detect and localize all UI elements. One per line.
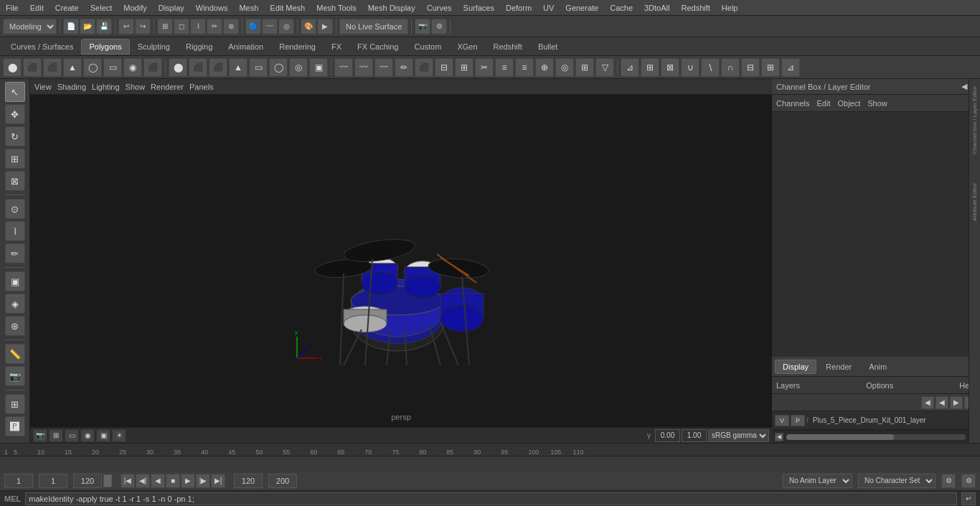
menu-curves[interactable]: Curves	[424, 2, 455, 14]
redo-btn[interactable]: ↪	[135, 19, 151, 34]
nurbs-plane-btn[interactable]: ▭	[249, 58, 268, 77]
layers-menu-layers[interactable]: Layers	[776, 381, 800, 390]
menu-select[interactable]: Select	[88, 2, 116, 14]
menu-file[interactable]: File	[3, 2, 22, 14]
tab-rendering[interactable]: Rendering	[271, 39, 324, 55]
menu-deform[interactable]: Deform	[503, 2, 534, 14]
lasso-tool-btn[interactable]: ⌇	[5, 221, 25, 241]
vp-light-btn[interactable]: ☀	[112, 429, 126, 442]
open-scene-btn[interactable]: 📂	[80, 19, 95, 34]
mirror-btn[interactable]: ⊟	[741, 58, 760, 77]
nurbs-cube-btn[interactable]: ⬛	[189, 58, 207, 77]
poly-pipe-btn[interactable]: ⬛	[143, 58, 162, 77]
tab-fx-caching[interactable]: FX Caching	[349, 39, 406, 55]
gamma-offset-input[interactable]	[655, 429, 680, 442]
save-scene-btn[interactable]: 💾	[96, 19, 112, 34]
camera-btn[interactable]: 📷	[415, 19, 430, 34]
channel-box-side-tab[interactable]: Channel box / Layer Editor	[970, 82, 979, 159]
lasso-select-btn[interactable]: ⌇	[190, 19, 206, 34]
attribute-editor-side-tab[interactable]: Attribute Editor	[970, 179, 979, 225]
new-scene-btn[interactable]: 📄	[63, 19, 79, 34]
insert-edge-loop-btn[interactable]: ≡	[495, 58, 514, 77]
tab-animation[interactable]: Animation	[220, 39, 271, 55]
tab-rigging[interactable]: Rigging	[178, 39, 220, 55]
go-to-start-btn[interactable]: |◀	[121, 474, 135, 488]
poly-cube-btn[interactable]: ⬛	[23, 58, 42, 77]
menu-windows[interactable]: Windows	[193, 2, 231, 14]
play-fwd-btn[interactable]: ▶	[181, 474, 195, 488]
sculpt-mesh-btn[interactable]: ✏	[395, 58, 413, 77]
channel-box-menu-show[interactable]: Show	[867, 99, 887, 108]
poly-torus-btn[interactable]: ◯	[83, 58, 102, 77]
start-frame-input[interactable]	[4, 474, 33, 488]
colorspace-select[interactable]: sRGB gamma	[708, 429, 769, 442]
tab-render[interactable]: Render	[818, 360, 859, 374]
menu-mesh[interactable]: Mesh	[236, 2, 261, 14]
show-manip-btn[interactable]: ▣	[5, 271, 25, 291]
reduce-btn[interactable]: ▽	[595, 58, 614, 77]
nurbs-circle-btn[interactable]: ◎	[289, 58, 308, 77]
total-frames-input[interactable]	[268, 474, 297, 488]
layer-next-btn[interactable]: ▶	[950, 396, 963, 409]
menu-cache[interactable]: Cache	[607, 2, 636, 14]
vp-shading-btn[interactable]: ◉	[80, 429, 95, 442]
remesh-btn[interactable]: ⊞	[575, 58, 594, 77]
connect-btn[interactable]: ⊕	[535, 58, 554, 77]
layers-menu-options[interactable]: Options	[866, 381, 893, 390]
snap-btn[interactable]: ⊛	[5, 316, 25, 336]
poly-cylinder-btn[interactable]: ⬛	[43, 58, 62, 77]
offset-edge-btn[interactable]: ≡	[515, 58, 534, 77]
ep-curve-btn[interactable]: 〰	[354, 58, 373, 77]
vp-camera-btn[interactable]: 📷	[33, 429, 47, 442]
gamma-mult-input[interactable]	[682, 429, 707, 442]
snap-surface-btn[interactable]: ◎	[278, 19, 294, 34]
viewport-menu-lighting[interactable]: Lighting	[92, 83, 120, 91]
go-to-end-btn[interactable]: ▶|	[211, 474, 225, 488]
bool-union-btn[interactable]: ∪	[681, 58, 699, 77]
menu-help[interactable]: Help	[719, 2, 741, 14]
channel-box-menu-object[interactable]: Object	[837, 99, 860, 108]
snap-curve-btn[interactable]: 〰	[262, 19, 278, 34]
menu-create[interactable]: Create	[52, 2, 82, 14]
vp-grid-btn[interactable]: ⊞	[49, 429, 63, 442]
channel-box-menu-edit[interactable]: Edit	[816, 99, 830, 108]
menu-redshift[interactable]: Redshift	[678, 2, 712, 14]
scroll-left-btn[interactable]: ◀	[775, 433, 783, 441]
viewport-3d[interactable]: x y z persp	[30, 95, 772, 427]
tab-display[interactable]: Display	[775, 360, 816, 374]
stop-btn[interactable]: ■	[166, 474, 180, 488]
channel-box-menu-channels[interactable]: Channels	[776, 99, 809, 108]
bezier-btn[interactable]: 〰	[374, 58, 393, 77]
move-tool-btn[interactable]: ✥	[5, 104, 25, 124]
viewport-menu-renderer[interactable]: Renderer	[151, 83, 184, 91]
bevel-btn[interactable]: ⊿	[621, 58, 639, 77]
char-set-settings-btn[interactable]: ⚙	[961, 474, 976, 488]
render-btn[interactable]: 🎨	[301, 19, 316, 34]
paint-select-btn[interactable]: ✏	[207, 19, 222, 34]
menu-surfaces[interactable]: Surfaces	[461, 2, 497, 14]
separate-btn[interactable]: ⊠	[661, 58, 679, 77]
viewport-menu-panels[interactable]: Panels	[189, 83, 214, 91]
select-by-hierarchy-btn[interactable]: ⊞	[157, 19, 173, 34]
rotate-tool-btn[interactable]: ↻	[5, 126, 25, 146]
ipr-btn[interactable]: ▶	[317, 19, 333, 34]
nurbs-sphere-btn[interactable]: ⬤	[169, 58, 187, 77]
multi-cut-btn[interactable]: ✂	[475, 58, 494, 77]
poly-plane-btn[interactable]: ▭	[103, 58, 122, 77]
extrude-btn[interactable]: ⬛	[415, 58, 433, 77]
cmdline-input[interactable]	[25, 492, 957, 505]
layer-prev-btn[interactable]: ◀	[921, 396, 934, 409]
tab-custom[interactable]: Custom	[407, 39, 450, 55]
menu-generate[interactable]: Generate	[562, 2, 601, 14]
tab-polygons[interactable]: Polygons	[81, 39, 129, 55]
snap-to-grid-btn[interactable]: ⊛	[223, 19, 239, 34]
menu-edit[interactable]: Edit	[27, 2, 47, 14]
bridge-btn[interactable]: ⊟	[435, 58, 453, 77]
scroll-thumb[interactable]	[786, 434, 894, 440]
soft-select-btn[interactable]: ⊙	[5, 199, 25, 219]
poly-cone-btn[interactable]: ▲	[63, 58, 82, 77]
anim-layer-select[interactable]: No Anim Layer	[783, 474, 852, 488]
poly-sphere-btn[interactable]: ⬤	[3, 58, 22, 77]
viewport-menu-view[interactable]: View	[34, 83, 52, 91]
nurbs-cyl-btn[interactable]: ⬛	[209, 58, 227, 77]
